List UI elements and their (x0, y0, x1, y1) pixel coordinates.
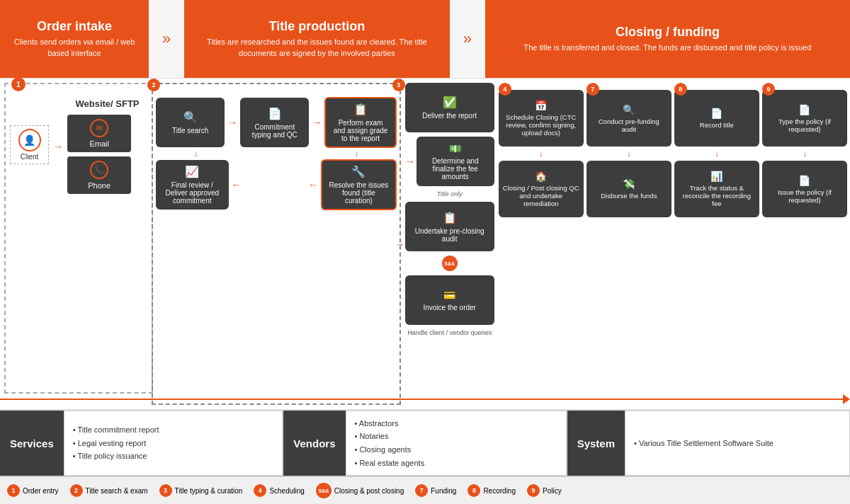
conduct-icon: 🔍 (623, 104, 635, 115)
v-arrow-2: ↓ (316, 149, 396, 158)
undertake-node: 📋 Undertake pre-closing audit (405, 202, 494, 251)
col-4: 4 📅 Schedule Closing (CTC review, confir… (499, 83, 584, 405)
service-item-3: • Title policy issuance (73, 449, 274, 463)
legend-badge-1: 1 (7, 484, 20, 497)
header-closing-title: Closing / funding (616, 25, 720, 40)
legend-9: 9 Policy (527, 484, 562, 497)
email-icon: ✉ (90, 119, 108, 137)
disburse-icon: 💸 (623, 178, 635, 190)
legend-badge-9: 9 (527, 484, 540, 497)
vendor-item-3: • Closing agents (355, 443, 557, 457)
bottom-legend: 1 Order entry 2 Title search & exam 3 Ti… (0, 476, 850, 504)
arrow-line-main (0, 399, 843, 400)
arrow-out-right: → (395, 239, 405, 250)
step-badge-8: 8 (674, 83, 687, 96)
type-policy-icon: 📄 (798, 104, 810, 115)
website-title: Website/ SFTP (67, 98, 147, 109)
intake-channels: Website/ SFTP ✉ Email 📞 Phone (67, 98, 147, 194)
legend-badge-2: 2 (70, 484, 83, 497)
legend-label-2: Title search & exam (86, 487, 148, 495)
legend-label-8: Recording (483, 487, 516, 495)
legend-badge-4: 4 (254, 484, 266, 497)
services-cell: Services • Title commitment report • Leg… (0, 411, 283, 476)
perform-exam-node: 📋 Perform exam and assign grade to the r… (324, 97, 396, 148)
title-only-label: Title only (437, 190, 463, 197)
step-badge-4: 4 (499, 83, 511, 96)
determine-node: 💵 Determine and finalize the fee amounts (416, 137, 494, 186)
middle-column: ✅ Deliver the report → 💵 Determine and f… (404, 79, 496, 409)
v-spacer-1 (236, 149, 316, 158)
track-icon: 📊 (710, 171, 722, 182)
service-item-2: • Legal vesting report (73, 437, 274, 450)
undertake-icon: 📋 (443, 211, 457, 224)
v-arrow-9: ↓ (803, 149, 807, 158)
title-prod-dashed-box: 2 3 🔍 Title search → 📄 Commitment typing… (152, 83, 401, 405)
step-badge-2: 2 (147, 79, 160, 91)
invoice-label: Invoice the order (423, 304, 476, 311)
disburse-label: Disburse the funds (601, 192, 657, 200)
invoice-icon: 💳 (443, 290, 455, 301)
system-content: • Various Title Settlement Software Suit… (625, 411, 850, 476)
header-title-prod: Title production Titles are researched a… (184, 0, 450, 78)
legend-3: 3 Title typing & curation (159, 484, 243, 497)
vendors-cell: Vendors • Abstractors • Notaries • Closi… (283, 411, 566, 476)
closing-post-icon: 🏠 (535, 171, 547, 182)
header-intake: Order intake Clients send orders via ema… (0, 0, 149, 78)
type-policy-node: 📄 Type the policy (if requested) (762, 90, 847, 147)
v-arrow-8: ↓ (715, 149, 719, 158)
col-7: 7 🔍 Conduct pre-funding audit ↓ 💸 Disbur… (586, 83, 672, 405)
title-search-node: 🔍 Title search (156, 98, 225, 147)
conduct-node: 🔍 Conduct pre-funding audit (586, 90, 672, 147)
arrow-4: ← (308, 179, 318, 190)
search-icon: 🔍 (183, 110, 198, 124)
service-item-1: • Title commitment report (73, 423, 274, 437)
arrow-2: → (312, 117, 322, 128)
vendors-label: Vendors (283, 411, 345, 476)
issue-policy-node: 📄 Issue the policy (if requested) (762, 161, 847, 217)
col-8: 8 📄 Record title ↓ 📊 Track the status & … (674, 83, 759, 405)
services-row: Services • Title commitment report • Leg… (0, 409, 850, 476)
header-arrow-2: » (450, 0, 485, 78)
down-arrow-2: ↓ (316, 149, 396, 158)
legend-badge-8: 8 (468, 484, 480, 497)
commitment-node: 📄 Commitment typing and QC (240, 98, 309, 147)
record-label: Record title (700, 121, 734, 129)
invoice-node: 💳 Invoice the order (405, 275, 494, 325)
schedule-icon: 📅 (535, 100, 547, 111)
deliver-node: ✅ Deliver the report (405, 83, 494, 132)
title-prod-section: 2 3 🔍 Title search → 📄 Commitment typing… (149, 79, 404, 409)
client-label: Client (21, 153, 39, 161)
col-9: 9 📄 Type the policy (if requested) ↓ 📄 I… (762, 83, 847, 405)
badge-56-row: 5&6 (442, 256, 458, 271)
arrow-right-icon: → (53, 141, 63, 152)
final-review-label: Final review / Deliver approved commitme… (162, 181, 223, 205)
step-badge-3: 3 (392, 79, 405, 91)
commitment-label: Commitment typing and QC (246, 123, 303, 139)
vendor-item-1: • Abstractors (355, 417, 557, 430)
v-arrow-7: ↓ (627, 149, 631, 158)
phone-item: 📞 Phone (67, 156, 131, 194)
phone-label: Phone (88, 181, 110, 190)
bottom-bidirectional-arrow (0, 394, 850, 405)
resolve-icon: 🔧 (351, 165, 366, 178)
title-search-label: Title search (172, 127, 208, 134)
schedule-node: 📅 Schedule Closing (CTC review, confirm … (499, 90, 584, 147)
header-intake-desc: Clients send orders via email / web base… (8, 37, 140, 59)
issue-policy-label: Issue the policy (if requested) (766, 188, 843, 204)
legend-badge-7: 7 (415, 484, 428, 497)
legend-badge-56: 5&6 (316, 483, 332, 498)
record-icon: 📄 (710, 108, 722, 119)
closing-nodes-container: 4 📅 Schedule Closing (CTC review, confir… (499, 83, 847, 405)
handle-label: Handle client / vendor queries (405, 329, 494, 336)
arrow-3: ← (232, 179, 242, 190)
system-label: System (567, 411, 625, 476)
vendors-content: • Abstractors • Notaries • Closing agent… (346, 411, 567, 476)
legend-label-4: Scheduling (269, 487, 304, 495)
legend-label-1: Order entry (23, 487, 59, 495)
header-arrow-1: » (149, 0, 184, 78)
step-badge-7: 7 (586, 83, 599, 96)
down-arrow-1: ↓ (156, 149, 236, 158)
exam-icon: 📋 (353, 103, 368, 116)
arrow-1: → (227, 117, 237, 128)
legend-label-9: Policy (543, 487, 562, 495)
